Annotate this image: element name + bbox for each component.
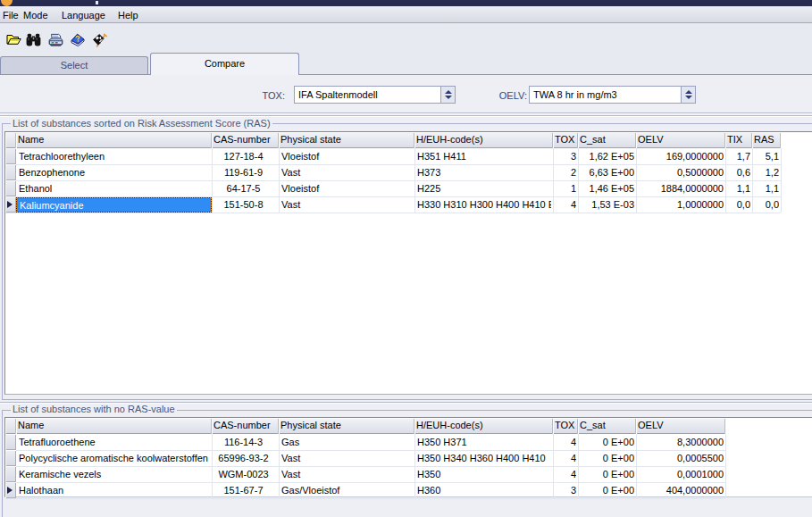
svg-text:?: ?	[74, 33, 81, 44]
